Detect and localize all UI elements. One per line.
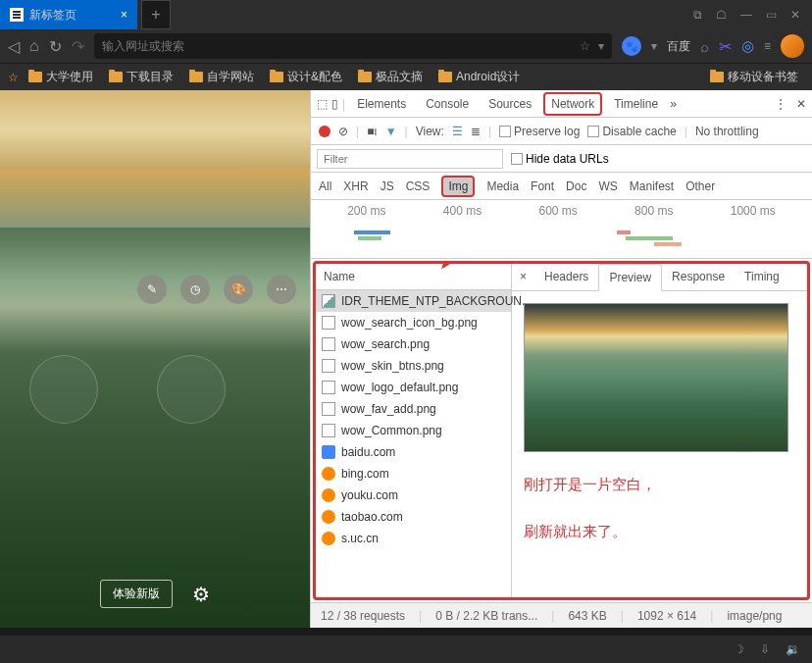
type-js[interactable]: JS	[381, 179, 394, 193]
reload-icon[interactable]: ↻	[49, 37, 62, 56]
home-icon[interactable]: ⌂	[29, 37, 39, 55]
back-icon[interactable]: ◁	[8, 37, 20, 56]
forward-icon[interactable]: ↷	[72, 37, 84, 56]
tab-response[interactable]: Response	[662, 264, 735, 290]
settings-icon[interactable]: ⚙	[192, 583, 210, 606]
filter-input[interactable]	[317, 149, 503, 169]
user-avatar[interactable]	[781, 34, 804, 58]
palette-icon[interactable]: 🎨	[224, 275, 253, 304]
type-img[interactable]: Img	[441, 176, 475, 197]
clear-icon[interactable]: ⊘	[338, 125, 348, 138]
moon-icon[interactable]: ☽	[734, 642, 744, 656]
record-icon[interactable]	[319, 126, 330, 137]
type-ws[interactable]: WS	[598, 179, 617, 193]
new-tab-button[interactable]: +	[141, 0, 171, 29]
bookmark-folder[interactable]: 大学使用	[23, 66, 99, 88]
type-css[interactable]: CSS	[406, 179, 431, 193]
minimize-icon[interactable]: —	[740, 8, 752, 22]
type-xhr[interactable]: XHR	[343, 179, 368, 193]
tab-console[interactable]: Console	[418, 92, 477, 116]
star-icon[interactable]: ☆	[580, 39, 590, 53]
network-timeline[interactable]: 200 ms 400 ms 600 ms 800 ms 1000 ms	[311, 200, 812, 259]
tab-network[interactable]: Network	[543, 92, 602, 116]
throttling-selector[interactable]: No throttling	[695, 125, 759, 138]
search-dropdown-icon[interactable]: ▾	[651, 39, 657, 53]
file-icon	[322, 337, 335, 351]
devtools-menu-icon[interactable]: ⋮	[775, 97, 787, 111]
history-icon[interactable]: ◷	[180, 275, 210, 304]
tab-elements[interactable]: Elements	[349, 92, 414, 116]
bookmark-folder[interactable]: 下载目录	[103, 66, 179, 88]
maximize-icon[interactable]: ▭	[766, 8, 777, 22]
browser-tab[interactable]: 新标签页 ×	[0, 0, 137, 29]
camera-icon[interactable]: ■ı	[367, 125, 378, 138]
target-icon[interactable]: ◎	[741, 37, 754, 55]
more-tabs-icon[interactable]: »	[670, 97, 677, 111]
experience-button[interactable]: 体验新版	[100, 580, 173, 608]
filter-icon[interactable]: ▼	[385, 125, 397, 138]
address-bar[interactable]: 输入网址或搜索 ☆ ▾	[94, 33, 612, 59]
type-font[interactable]: Font	[531, 179, 554, 193]
search-engine-selector[interactable]: 百度	[667, 38, 690, 55]
type-other[interactable]: Other	[685, 179, 715, 193]
speed-dial-2[interactable]	[157, 355, 226, 424]
view-grid-icon[interactable]: ≣	[471, 125, 481, 138]
search-icon[interactable]: ⌕	[700, 38, 709, 55]
folder-icon	[109, 72, 123, 82]
request-row[interactable]: wow_search_icon_bg.png	[316, 312, 511, 333]
bookmark-folder[interactable]: 极品文摘	[352, 66, 429, 88]
download-icon[interactable]: ⇩	[760, 642, 770, 656]
request-row[interactable]: wow_logo_default.png	[316, 377, 511, 398]
bookmark-folder[interactable]: 设计&配色	[264, 66, 348, 88]
close-tab-icon[interactable]: ×	[121, 8, 127, 22]
view-list-icon[interactable]: ☰	[452, 125, 463, 138]
request-row[interactable]: wow_skin_btns.png	[316, 355, 511, 377]
scissors-icon[interactable]: ✂	[719, 37, 732, 56]
request-row[interactable]: wow_fav_add.png	[316, 398, 511, 420]
tab-sources[interactable]: Sources	[481, 92, 539, 116]
tab-headers[interactable]: Headers	[534, 264, 598, 290]
menu-icon[interactable]: ≡	[764, 39, 771, 53]
more-icon[interactable]: ⋯	[267, 275, 296, 304]
close-preview-icon[interactable]: ×	[512, 264, 534, 290]
request-row[interactable]: bing.com	[316, 463, 511, 484]
request-row[interactable]: baidu.com	[316, 441, 511, 463]
bookmark-star-icon[interactable]: ☆	[8, 71, 19, 84]
request-row[interactable]: youku.com	[316, 484, 511, 506]
folder-icon	[438, 72, 452, 82]
close-window-icon[interactable]: ✕	[790, 8, 800, 22]
devtools-close-icon[interactable]: ✕	[796, 97, 806, 111]
name-column-header[interactable]: Name	[316, 264, 511, 290]
inspect-icon[interactable]: ⬚	[317, 97, 328, 111]
type-doc[interactable]: Doc	[566, 179, 586, 193]
device-icon[interactable]: ▯	[331, 97, 338, 111]
speed-dial-1[interactable]	[29, 355, 98, 424]
hide-urls-checkbox[interactable]: Hide data URLs	[511, 152, 609, 166]
preserve-log-checkbox[interactable]: Preserve log	[499, 125, 580, 138]
bookmark-folder[interactable]: Android设计	[432, 66, 526, 88]
volume-icon[interactable]: 🔉	[786, 642, 800, 656]
request-row[interactable]: IDR_THEME_NTP_BACKGROUN...	[316, 290, 511, 312]
request-row[interactable]: taobao.com	[316, 506, 511, 528]
bookmark-folder[interactable]: 自学网站	[183, 66, 260, 88]
request-row[interactable]: s.uc.cn	[316, 528, 511, 549]
type-media[interactable]: Media	[486, 179, 519, 193]
edit-icon[interactable]: ✎	[137, 275, 167, 304]
shirt-icon[interactable]: ☖	[716, 8, 727, 22]
file-icon	[322, 424, 335, 437]
network-panel: Name IDR_THEME_NTP_BACKGROUN...wow_searc…	[313, 261, 810, 600]
tab-timeline[interactable]: Timeline	[606, 92, 666, 116]
type-all[interactable]: All	[319, 179, 331, 193]
dropdown-icon[interactable]: ▾	[598, 39, 604, 53]
request-row[interactable]: wow_search.png	[316, 333, 511, 355]
paw-icon[interactable]: 🐾	[622, 36, 641, 56]
disable-cache-checkbox[interactable]: Disable cache	[587, 125, 676, 138]
tab-timing[interactable]: Timing	[735, 264, 789, 290]
tab-preview[interactable]: Preview	[598, 264, 662, 291]
address-input[interactable]: 输入网址或搜索	[102, 38, 572, 55]
copy-icon[interactable]: ⧉	[693, 8, 702, 22]
type-manifest[interactable]: Manifest	[630, 179, 674, 193]
mobile-bookmarks[interactable]: 移动设备书签	[704, 66, 804, 88]
request-row[interactable]: wow_Common.png	[316, 420, 511, 441]
file-icon	[322, 294, 335, 308]
